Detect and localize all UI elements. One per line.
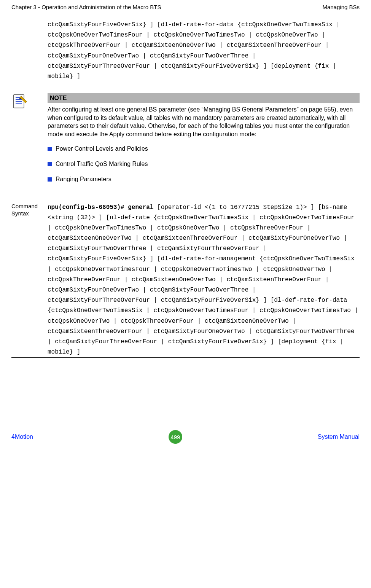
- list-item: Control Traffic QoS Marking Rules: [48, 161, 360, 167]
- list-item: Power Control Levels and Policies: [48, 145, 360, 152]
- footer-left: 4Motion: [11, 433, 33, 440]
- bullet-icon: [48, 147, 52, 151]
- note-title: NOTE: [48, 93, 360, 103]
- command-syntax-code: npu(config-bs-66053)# general [operator-…: [48, 202, 360, 358]
- page-header: Chapter 3 - Operation and Administration…: [0, 0, 371, 12]
- note-body-text: After configuring at least one general B…: [48, 105, 360, 138]
- note-icon: [11, 93, 27, 108]
- bullet-text: Ranging Parameters: [56, 176, 111, 183]
- command-syntax-row: Command Syntax npu(config-bs-66053)# gen…: [11, 202, 360, 358]
- bullet-icon: [48, 177, 52, 182]
- note-box: NOTE After configuring at least one gene…: [11, 93, 360, 191]
- header-section: Managing BSs: [322, 4, 360, 10]
- header-rule: [11, 12, 360, 12]
- top-code-row: ctcQamSixtyFourFiveOverSix} ] [dl-def-ra…: [11, 20, 360, 82]
- page-footer: 4Motion 499 System Manual: [0, 426, 371, 449]
- bullet-text: Control Traffic QoS Marking Rules: [56, 161, 148, 167]
- header-chapter: Chapter 3 - Operation and Administration…: [11, 4, 161, 10]
- command-syntax-label: Command Syntax: [11, 202, 48, 217]
- note-bullet-list: Power Control Levels and Policies Contro…: [48, 145, 360, 183]
- footer-rule: [11, 357, 360, 358]
- bullet-text: Power Control Levels and Policies: [56, 145, 148, 152]
- bullet-icon: [48, 162, 52, 166]
- list-item: Ranging Parameters: [48, 176, 360, 183]
- footer-right: System Manual: [318, 433, 360, 440]
- command-rest: [operator-id <(1 to 16777215 StepSize 1)…: [48, 204, 362, 356]
- page-number: 499: [169, 430, 182, 444]
- top-code-block: ctcQamSixtyFourFiveOverSix} ] [dl-def-ra…: [48, 20, 360, 82]
- command-bold-prefix: npu(config-bs-66053)# general: [48, 204, 153, 211]
